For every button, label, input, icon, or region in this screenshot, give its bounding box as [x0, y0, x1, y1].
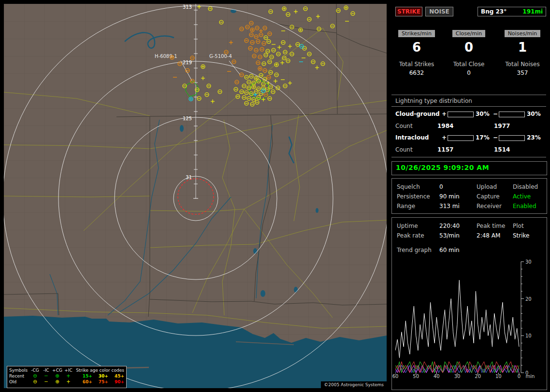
- datetime-value: 10/26/2025 9:09:20 AM: [392, 162, 547, 174]
- bearing-distance: 191mi: [522, 7, 546, 16]
- count-label: Count: [395, 146, 413, 153]
- range-value: 313 mi: [439, 203, 460, 210]
- intracloud-row: Intracloud + 17% − 23%: [391, 134, 546, 143]
- intracloud-counts: Count 1157 1514: [391, 146, 546, 154]
- strikes-per-min-value: 6: [393, 41, 440, 54]
- uptime-value: 220:40: [439, 223, 460, 229]
- total-strikes-label: Total Strikes: [393, 61, 440, 68]
- plus-sign: +: [442, 134, 447, 141]
- cg-neg-count: 1977: [494, 123, 510, 129]
- recent-cgneg-icon: ⊖: [29, 373, 41, 379]
- range-label: Range: [397, 203, 415, 210]
- age-60: 60+: [83, 379, 92, 385]
- cloud-ground-counts: Count 1984 1977: [391, 123, 546, 130]
- peak-time-value: 2:48 AM: [477, 232, 500, 239]
- peak-time-label: Peak time: [477, 223, 505, 229]
- recent-cgpos-icon: ⊕: [52, 373, 63, 379]
- age-codes-title: Strike age color codes: [76, 367, 124, 373]
- mode-toolbar: STRIKE NOISE Bng 23° 191mi: [391, 7, 546, 17]
- distribution-title: Lightning type distribution: [391, 95, 546, 107]
- tracker-label: G-5100-4: [209, 54, 232, 59]
- trend-series-ic-neg-rate: [395, 362, 519, 373]
- plot-label: Plot: [513, 223, 524, 229]
- legend-header-symbols: Symbols: [9, 367, 29, 373]
- bearing-value: Bng 23°: [478, 8, 507, 15]
- count-label: Count: [395, 123, 413, 129]
- distribution-panel: Lightning type distribution Cloud-ground…: [391, 95, 546, 157]
- trend-x-tick-label: 50: [411, 374, 421, 379]
- legend-recent-label: Recent: [9, 373, 29, 379]
- trend-series-cg-neg-rate: [395, 362, 519, 373]
- receiver-status: Enabled: [513, 203, 536, 210]
- plus-sign: +: [442, 111, 447, 117]
- legend-old-label: Old: [9, 379, 29, 385]
- legend-header-pic: +IC: [63, 367, 74, 373]
- ring-label: 219: [183, 60, 192, 65]
- ic-neg-bar: [499, 135, 525, 141]
- ring-label: 125: [183, 116, 192, 121]
- trend-x-tick-label: 0: [514, 374, 524, 379]
- noises-counter: Noises/min 1 Total Noises 357: [499, 30, 546, 76]
- close-per-min-value: 0: [446, 41, 492, 54]
- persistence-value: 90 min: [439, 193, 460, 200]
- bearing-readout: Bng 23° 191mi: [478, 7, 546, 16]
- ring-label: 313: [183, 4, 192, 10]
- intracloud-label: Intracloud: [395, 134, 429, 141]
- trend-x-tick-label: 40: [432, 374, 441, 379]
- squelch-value: 0: [439, 183, 443, 190]
- datetime-panel: 10/26/2025 9:09:20 AM: [391, 161, 547, 175]
- age-75: 75+: [99, 379, 108, 385]
- trend-x-tick-label: 30: [452, 374, 462, 379]
- age-30: 30+: [99, 373, 108, 379]
- peak-rate-label: Peak rate: [397, 232, 424, 239]
- strike-mode-button[interactable]: STRIKE: [395, 7, 422, 16]
- cg-neg-percent: 30%: [527, 111, 541, 117]
- upload-status: Disabled: [513, 183, 538, 190]
- total-strikes-value: 6632: [393, 70, 440, 76]
- strikes-counter: Strikes/min 6 Total Strikes 6632: [393, 30, 440, 76]
- trend-graph: 0102030: [395, 260, 536, 376]
- age-90: 90+: [115, 379, 124, 385]
- legend-header-pcg: +CG: [52, 367, 63, 373]
- strikes-per-min-label: Strikes/min: [398, 30, 435, 37]
- total-close-label: Total Close: [446, 61, 492, 68]
- ic-pos-bar: [448, 135, 474, 141]
- copyright-text: ©2005 Astrogenic Systems: [321, 381, 387, 388]
- cloud-ground-row: Cloud-ground + 30% − 30%: [391, 111, 546, 119]
- ic-pos-count: 1157: [437, 146, 453, 153]
- ic-neg-count: 1514: [494, 146, 510, 153]
- trend-y-tick-label: 10: [525, 333, 532, 338]
- status-panel: Squelch 0 Upload Disabled Persistence 90…: [391, 178, 547, 214]
- nexstorm-app: 31125219313 H-6089-1G-5100-4 Symbols -CG…: [0, 0, 550, 392]
- cg-pos-percent: 30%: [476, 111, 490, 117]
- trend-window-value: 60 min: [439, 247, 460, 253]
- lightning-map[interactable]: 31125219313 H-6089-1G-5100-4 Symbols -CG…: [4, 4, 387, 388]
- old-cgpos-icon: ⊕: [52, 379, 63, 385]
- ic-pos-percent: 17%: [476, 134, 490, 141]
- noise-mode-button[interactable]: NOISE: [425, 7, 453, 16]
- uptime-label: Uptime: [397, 223, 418, 229]
- trend-graph-label: Trend graph: [397, 247, 432, 253]
- total-close-value: 0: [446, 70, 492, 76]
- close-counter: Close/min 0 Total Close 0: [446, 30, 492, 76]
- trend-y-tick-label: 30: [525, 260, 532, 265]
- age-45: 45+: [115, 373, 124, 379]
- trend-x-unit-label: min: [524, 374, 536, 379]
- peak-rate-value: 53/min: [439, 232, 460, 239]
- minus-sign: −: [493, 134, 498, 141]
- capture-label: Capture: [477, 193, 500, 200]
- recent-icneg-icon: −: [41, 373, 52, 379]
- squelch-label: Squelch: [397, 183, 420, 190]
- cg-neg-bar: [499, 112, 525, 117]
- persistence-label: Persistence: [397, 193, 430, 200]
- legend-header-nic: -IC: [41, 367, 52, 373]
- recent-icpos-icon: +: [63, 373, 74, 379]
- cloud-ground-label: Cloud-ground: [395, 111, 440, 117]
- total-noises-value: 357: [499, 70, 546, 76]
- total-noises-label: Total Noises: [499, 61, 546, 68]
- trend-series-strike-rate: [395, 280, 519, 358]
- trend-x-tick-label: 60: [391, 374, 400, 379]
- map-canvas[interactable]: 31125219313 H-6089-1G-5100-4: [4, 4, 387, 388]
- legend-header-ncg: -CG: [29, 367, 41, 373]
- capture-status: Active: [513, 193, 531, 200]
